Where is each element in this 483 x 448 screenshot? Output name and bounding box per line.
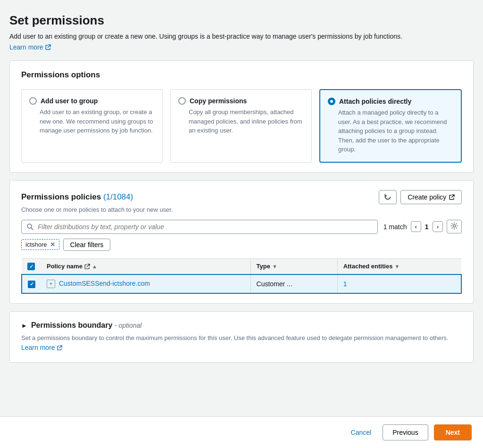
page-title: Set permissions [9,13,474,28]
boundary-external-icon [57,345,62,350]
option-copy-permissions[interactable]: Copy permissions Copy all group membersh… [170,89,312,163]
refresh-icon [384,193,391,201]
select-all-checkbox[interactable] [27,263,35,270]
page-container: Set permissions Add user to an existing … [0,0,483,448]
permissions-options-card: Permissions options Add user to group Ad… [9,60,474,173]
permissions-boundary-card: ► Permissions boundary - optional Set a … [9,311,474,363]
table-row: + CustomSESSend-ictshore.com Customer ..… [22,274,461,293]
boundary-expand-icon[interactable]: ► [21,322,27,329]
options-row: Add user to group Add user to an existin… [21,89,462,163]
policies-title: Permissions policies (1/1084) [21,192,133,201]
table-header-row: Policy name ▲ Type ▼ [22,258,461,274]
policies-count: (1/1084) [103,192,133,201]
boundary-learn-more-label: Learn more [21,343,55,353]
settings-icon [450,222,458,230]
external-link-icon [45,44,51,50]
row-type-value: Customer ... [257,280,292,288]
policy-table: Policy name ▲ Type ▼ [21,258,462,294]
boundary-title: Permissions boundary - optional [31,321,142,330]
refresh-button[interactable] [379,190,397,204]
pagination-next-button[interactable]: › [433,221,443,232]
policy-name-link-icon [84,264,90,269]
clear-filters-button[interactable]: Clear filters [63,239,111,251]
footer-spacer [9,370,474,403]
option-add-to-group-label: Add user to group [41,97,98,105]
row-attached-entities-cell: 1 [338,274,461,293]
bottom-nav: Cancel Previous Next [0,416,483,448]
attached-entities-link[interactable]: 1 [343,280,347,288]
page-number: 1 [425,223,429,231]
policies-header: Permissions policies (1/1084) Create pol… [21,190,462,204]
cancel-button[interactable]: Cancel [345,425,377,440]
search-input-wrap[interactable] [21,220,378,234]
search-input[interactable] [38,223,373,231]
boundary-optional-label: - optional [115,322,142,329]
boundary-description: Set a permissions boundary to control th… [21,333,462,353]
create-policy-external-icon [449,194,455,200]
filter-tag-label: ictshore [25,241,47,248]
th-type: Type ▼ [251,258,337,274]
learn-more-label: Learn more [9,43,43,51]
policy-name-link[interactable]: CustomSESSend-ictshore.com [59,280,150,287]
svg-point-1 [453,225,456,227]
policy-name-sort-icon[interactable]: ▲ [92,264,97,269]
learn-more-link[interactable]: Learn more [9,43,51,51]
filter-tag-ictshore: ictshore ✕ [21,239,59,250]
radio-add-to-group [29,97,37,105]
boundary-header: ► Permissions boundary - optional [21,321,462,330]
th-checkbox [22,258,41,274]
search-meta: 1 match ‹ 1 › [383,220,462,233]
radio-copy-permissions [178,97,186,105]
create-policy-label: Create policy [408,193,446,201]
radio-attach-directly [328,98,335,105]
option-attach-directly-desc: Attach a managed policy directly to a us… [328,108,453,154]
boundary-learn-more-link[interactable]: Learn more [21,343,62,353]
option-copy-permissions-label: Copy permissions [190,97,247,105]
header-buttons: Create policy [379,190,462,204]
row-checkbox-cell [22,274,41,293]
filter-row: ictshore ✕ Clear filters [21,239,462,251]
row-type-cell: Customer ... [251,274,337,293]
permissions-options-title: Permissions options [21,70,462,80]
option-copy-permissions-desc: Copy all group memberships, attached man… [178,108,304,135]
option-add-to-group[interactable]: Add user to group Add user to an existin… [21,89,163,163]
policies-subtitle: Choose one or more policies to attach to… [21,206,462,213]
next-button[interactable]: Next [434,424,472,440]
page-description: Add user to an existing group or create … [9,32,474,41]
search-icon [26,223,34,231]
settings-button[interactable] [447,220,462,233]
option-attach-directly-label: Attach policies directly [339,98,411,105]
th-attached-entities: Attached entities ▼ [338,258,461,274]
search-row: 1 match ‹ 1 › [21,220,462,234]
row-policy-name-cell: + CustomSESSend-ictshore.com [41,274,250,293]
option-add-to-group-desc: Add user to an existing group, or create… [29,108,155,135]
permissions-policies-card: Permissions policies (1/1084) Create pol… [9,180,474,304]
previous-button[interactable]: Previous [383,424,428,440]
type-sort-icon[interactable]: ▼ [272,264,277,269]
row-checkbox[interactable] [28,281,35,288]
attached-entities-sort-icon[interactable]: ▼ [394,264,400,269]
create-policy-button[interactable]: Create policy [400,190,462,204]
match-text: 1 match [383,223,407,231]
th-policy-name: Policy name ▲ [41,258,250,274]
pagination-prev-button[interactable]: ‹ [411,221,421,232]
option-attach-directly[interactable]: Attach policies directly Attach a manage… [319,89,462,163]
row-expand-icon[interactable]: + [47,280,55,288]
filter-tag-remove-button[interactable]: ✕ [50,241,55,248]
svg-point-0 [27,224,32,228]
